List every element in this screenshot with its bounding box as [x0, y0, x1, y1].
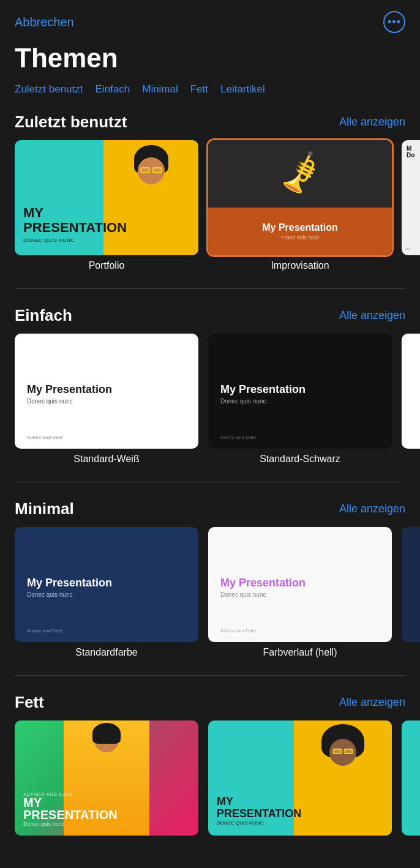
fett1-hair — [92, 723, 121, 744]
theme-card-fett-partial[interactable] — [402, 720, 420, 840]
std-black-sub: Donec quis nunc — [220, 398, 380, 405]
minimal-grad-title: My Presentation — [220, 577, 380, 589]
section-minimal: Minimal Alle anzeigen My Presentation Do… — [0, 495, 420, 673]
card-thumb-improvisation: 🎺 My Presentation Franc sols noto — [208, 140, 392, 255]
improv-sub-text: Franc sols noto — [281, 234, 319, 241]
cancel-button[interactable]: Abbrechen — [15, 15, 74, 29]
filter-tab-einfach[interactable]: Einfach — [96, 83, 130, 95]
portfolio-sub-label: DONEC QUIS NUNC — [23, 238, 127, 243]
cards-row-fett: AUTHOR AND DATE MYPRESENTATION Donec qui… — [0, 720, 420, 840]
card-thumb-standard-schwarz: My Presentation Donec quis nunc Author a… — [208, 334, 392, 449]
card-label-farbverlauf: Farbverlauf (hell) — [263, 647, 337, 658]
theme-card-standard-weiss[interactable]: My Presentation Donec quis nunc Author a… — [15, 334, 198, 465]
more-icon: ••• — [388, 17, 401, 28]
fett1-author: AUTHOR AND DATE — [23, 792, 190, 796]
card-thumb-partial: MDo Au — [402, 140, 420, 255]
theme-card-portfolio[interactable]: MY PRESENTATION DONEC QUIS NUNC Portfoli… — [15, 140, 198, 271]
partial-author: Au — [405, 247, 410, 250]
fett1-my: MYPRESENTATION — [23, 796, 190, 821]
filter-tab-leitartikel[interactable]: Leitartikel — [220, 83, 265, 95]
card-label-portfolio: Portfolio — [89, 260, 125, 271]
theme-card-minimal-partial[interactable] — [402, 527, 420, 658]
improv-title-bar: My Presentation Franc sols noto — [208, 208, 392, 255]
theme-card-einfach-partial[interactable] — [402, 334, 420, 465]
card-thumb-fett-2: MYPRESENTATION DONEC QUIS NUNC — [208, 720, 392, 836]
card-thumb-portfolio: MY PRESENTATION DONEC QUIS NUNC — [15, 140, 198, 255]
minimal-gradient-background: My Presentation Donec quis nunc Author a… — [208, 527, 392, 642]
minimal-grad-sub: Donec quis nunc — [220, 591, 380, 598]
section-title-zuletzt: Zuletzt benutzt — [15, 113, 127, 132]
fett1-text-area: AUTHOR AND DATE MYPRESENTATION Donec qui… — [23, 792, 190, 827]
std-white-sub: Donec quis nunc — [27, 398, 186, 405]
filter-tab-minimal[interactable]: Minimal — [142, 83, 178, 95]
card-thumb-fett-partial — [402, 720, 420, 836]
section-header-fett: Fett Alle anzeigen — [0, 688, 420, 720]
minimal-grad-author: Author and Date — [220, 628, 256, 634]
section-header-einfach: Einfach Alle anzeigen — [0, 301, 420, 334]
improvisation-background: 🎺 My Presentation Franc sols noto — [208, 140, 392, 255]
card-label-improvisation: Improvisation — [271, 260, 329, 271]
fett2-person — [294, 720, 392, 836]
card-label-standardfarbe: Standardfarbe — [75, 647, 137, 658]
std-black-title: My Presentation — [220, 383, 380, 396]
section-einfach: Einfach Alle anzeigen My Presentation Do… — [0, 301, 420, 479]
minimal-blue-sub: Donec quis nunc — [27, 591, 186, 598]
section-title-fett: Fett — [15, 693, 44, 712]
section-header-zuletzt: Zuletzt benutzt Alle anzeigen — [0, 108, 420, 140]
more-options-button[interactable]: ••• — [383, 11, 405, 33]
theme-card-zuletzt-partial[interactable]: MDo Au — [402, 140, 420, 271]
fett2-glasses — [333, 749, 353, 754]
minimal-blue-author: Author and Date — [27, 628, 62, 634]
trumpet-icon: 🎺 — [273, 148, 327, 200]
portfolio-background: MY PRESENTATION DONEC QUIS NUNC — [15, 140, 198, 255]
theme-card-fett-2[interactable]: MYPRESENTATION DONEC QUIS NUNC — [208, 720, 392, 840]
card-label-standard-schwarz: Standard-Schwarz — [260, 454, 340, 465]
std-white-title: My Presentation — [27, 383, 186, 396]
filter-tab-fett[interactable]: Fett — [190, 83, 208, 95]
header: Abbrechen ••• — [0, 0, 420, 40]
card-label-standard-weiss: Standard-Weiß — [73, 454, 139, 465]
theme-card-farbverlauf[interactable]: My Presentation Donec quis nunc Author a… — [208, 527, 392, 658]
card-thumb-minimal-partial — [402, 527, 420, 642]
show-all-minimal-button[interactable]: Alle anzeigen — [339, 503, 405, 515]
card-thumb-fett-1: AUTHOR AND DATE MYPRESENTATION Donec qui… — [15, 720, 198, 836]
cards-row-minimal: My Presentation Donec quis nunc Author a… — [0, 527, 420, 658]
standard-black-background: My Presentation Donec quis nunc Author a… — [208, 334, 392, 449]
section-title-einfach: Einfach — [15, 306, 72, 325]
filter-tabs: Zuletzt benutzt Einfach Minimal Fett Lei… — [0, 83, 420, 108]
theme-card-standardfarbe[interactable]: My Presentation Donec quis nunc Author a… — [15, 527, 198, 658]
fett2-text: MYPRESENTATION DONEC QUIS NUNC — [217, 796, 301, 826]
divider-3 — [15, 675, 405, 676]
card-thumb-einfach-partial — [402, 334, 420, 449]
std-black-author: Author and Date — [220, 435, 256, 440]
theme-card-improvisation[interactable]: 🎺 My Presentation Franc sols noto Improv… — [208, 140, 392, 271]
cards-row-einfach: My Presentation Donec quis nunc Author a… — [0, 334, 420, 465]
show-all-zuletzt-button[interactable]: Alle anzeigen — [339, 116, 405, 129]
filter-tab-zuletzt[interactable]: Zuletzt benutzt — [15, 83, 83, 95]
card-thumb-standard-weiss: My Presentation Donec quis nunc Author a… — [15, 334, 198, 449]
divider-2 — [15, 482, 405, 482]
section-fett: Fett Alle anzeigen AUTHOR AND DATE — [0, 688, 420, 855]
improv-photo-area: 🎺 — [208, 140, 392, 208]
section-zuletzt-benutzt: Zuletzt benutzt Alle anzeigen — [0, 108, 420, 286]
theme-card-fett-1[interactable]: AUTHOR AND DATE MYPRESENTATION Donec qui… — [15, 720, 198, 840]
glasses — [140, 167, 162, 173]
fett2-my: MYPRESENTATION — [217, 796, 301, 820]
minimal-blue-title: My Presentation — [27, 577, 186, 589]
page-title: Themen — [0, 40, 420, 83]
cards-row-zuletzt: MY PRESENTATION DONEC QUIS NUNC Portfoli… — [0, 140, 420, 271]
theme-card-standard-schwarz[interactable]: My Presentation Donec quis nunc Author a… — [208, 334, 392, 465]
std-white-author: Author and Date — [27, 435, 62, 440]
fett2-sub: DONEC QUIS NUNC — [217, 820, 301, 826]
fett1-sub: Donec quis nunc — [23, 821, 190, 827]
standard-white-background: My Presentation Donec quis nunc Author a… — [15, 334, 198, 449]
show-all-einfach-button[interactable]: Alle anzeigen — [339, 309, 405, 322]
body — [121, 194, 182, 255]
divider-1 — [15, 288, 405, 289]
section-title-minimal: Minimal — [15, 499, 74, 518]
card-thumb-farbverlauf: My Presentation Donec quis nunc Author a… — [208, 527, 392, 642]
portfolio-my-label: MY — [23, 206, 127, 220]
portfolio-presentation-label: PRESENTATION — [23, 220, 127, 235]
partial-text: MDo — [402, 140, 420, 163]
show-all-fett-button[interactable]: Alle anzeigen — [339, 696, 405, 709]
